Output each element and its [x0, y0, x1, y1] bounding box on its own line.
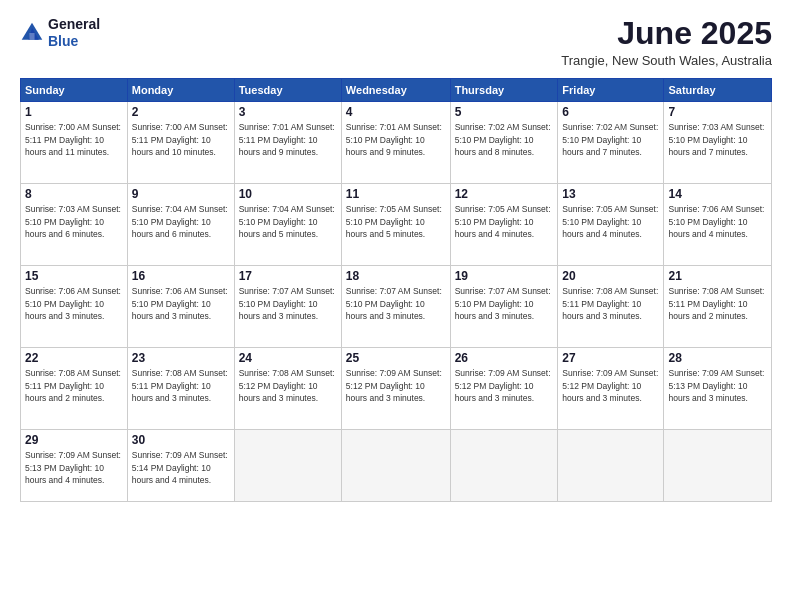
- day-number: 8: [25, 187, 123, 201]
- table-row: 7Sunrise: 7:03 AM Sunset: 5:10 PM Daylig…: [664, 102, 772, 184]
- table-row: 17Sunrise: 7:07 AM Sunset: 5:10 PM Dayli…: [234, 266, 341, 348]
- table-row: 11Sunrise: 7:05 AM Sunset: 5:10 PM Dayli…: [341, 184, 450, 266]
- table-row: 6Sunrise: 7:02 AM Sunset: 5:10 PM Daylig…: [558, 102, 664, 184]
- day-number: 26: [455, 351, 554, 365]
- day-info: Sunrise: 7:02 AM Sunset: 5:10 PM Dayligh…: [562, 121, 659, 158]
- calendar-week-row: 1Sunrise: 7:00 AM Sunset: 5:11 PM Daylig…: [21, 102, 772, 184]
- day-number: 25: [346, 351, 446, 365]
- logo-text: General Blue: [48, 16, 100, 50]
- day-info: Sunrise: 7:07 AM Sunset: 5:10 PM Dayligh…: [346, 285, 446, 322]
- day-number: 19: [455, 269, 554, 283]
- day-info: Sunrise: 7:06 AM Sunset: 5:10 PM Dayligh…: [668, 203, 767, 240]
- location: Trangie, New South Wales, Australia: [561, 53, 772, 68]
- day-info: Sunrise: 7:08 AM Sunset: 5:11 PM Dayligh…: [132, 367, 230, 404]
- day-number: 2: [132, 105, 230, 119]
- table-row: 22Sunrise: 7:08 AM Sunset: 5:11 PM Dayli…: [21, 348, 128, 430]
- day-number: 13: [562, 187, 659, 201]
- table-row: 26Sunrise: 7:09 AM Sunset: 5:12 PM Dayli…: [450, 348, 558, 430]
- day-number: 1: [25, 105, 123, 119]
- day-number: 14: [668, 187, 767, 201]
- header-saturday: Saturday: [664, 79, 772, 102]
- table-row: 24Sunrise: 7:08 AM Sunset: 5:12 PM Dayli…: [234, 348, 341, 430]
- header-thursday: Thursday: [450, 79, 558, 102]
- day-number: 18: [346, 269, 446, 283]
- day-number: 17: [239, 269, 337, 283]
- logo: General Blue: [20, 16, 100, 50]
- day-number: 16: [132, 269, 230, 283]
- day-info: Sunrise: 7:05 AM Sunset: 5:10 PM Dayligh…: [455, 203, 554, 240]
- day-number: 15: [25, 269, 123, 283]
- day-info: Sunrise: 7:09 AM Sunset: 5:13 PM Dayligh…: [668, 367, 767, 404]
- day-info: Sunrise: 7:05 AM Sunset: 5:10 PM Dayligh…: [346, 203, 446, 240]
- day-number: 9: [132, 187, 230, 201]
- day-info: Sunrise: 7:08 AM Sunset: 5:11 PM Dayligh…: [562, 285, 659, 322]
- table-row: 1Sunrise: 7:00 AM Sunset: 5:11 PM Daylig…: [21, 102, 128, 184]
- day-info: Sunrise: 7:01 AM Sunset: 5:11 PM Dayligh…: [239, 121, 337, 158]
- day-info: Sunrise: 7:03 AM Sunset: 5:10 PM Dayligh…: [668, 121, 767, 158]
- calendar-header-row: Sunday Monday Tuesday Wednesday Thursday…: [21, 79, 772, 102]
- day-info: Sunrise: 7:05 AM Sunset: 5:10 PM Dayligh…: [562, 203, 659, 240]
- day-info: Sunrise: 7:09 AM Sunset: 5:13 PM Dayligh…: [25, 449, 123, 486]
- table-row: [341, 430, 450, 502]
- day-info: Sunrise: 7:00 AM Sunset: 5:11 PM Dayligh…: [132, 121, 230, 158]
- day-number: 29: [25, 433, 123, 447]
- day-info: Sunrise: 7:02 AM Sunset: 5:10 PM Dayligh…: [455, 121, 554, 158]
- header-friday: Friday: [558, 79, 664, 102]
- calendar-week-row: 8Sunrise: 7:03 AM Sunset: 5:10 PM Daylig…: [21, 184, 772, 266]
- table-row: 30Sunrise: 7:09 AM Sunset: 5:14 PM Dayli…: [127, 430, 234, 502]
- day-info: Sunrise: 7:09 AM Sunset: 5:12 PM Dayligh…: [455, 367, 554, 404]
- day-number: 24: [239, 351, 337, 365]
- table-row: 3Sunrise: 7:01 AM Sunset: 5:11 PM Daylig…: [234, 102, 341, 184]
- table-row: 9Sunrise: 7:04 AM Sunset: 5:10 PM Daylig…: [127, 184, 234, 266]
- table-row: 5Sunrise: 7:02 AM Sunset: 5:10 PM Daylig…: [450, 102, 558, 184]
- table-row: [234, 430, 341, 502]
- table-row: 25Sunrise: 7:09 AM Sunset: 5:12 PM Dayli…: [341, 348, 450, 430]
- calendar-week-row: 29Sunrise: 7:09 AM Sunset: 5:13 PM Dayli…: [21, 430, 772, 502]
- header-tuesday: Tuesday: [234, 79, 341, 102]
- page-header: General Blue June 2025 Trangie, New Sout…: [20, 16, 772, 68]
- day-number: 11: [346, 187, 446, 201]
- table-row: 23Sunrise: 7:08 AM Sunset: 5:11 PM Dayli…: [127, 348, 234, 430]
- day-info: Sunrise: 7:09 AM Sunset: 5:14 PM Dayligh…: [132, 449, 230, 486]
- header-wednesday: Wednesday: [341, 79, 450, 102]
- table-row: [450, 430, 558, 502]
- day-info: Sunrise: 7:06 AM Sunset: 5:10 PM Dayligh…: [132, 285, 230, 322]
- day-info: Sunrise: 7:04 AM Sunset: 5:10 PM Dayligh…: [239, 203, 337, 240]
- day-info: Sunrise: 7:08 AM Sunset: 5:11 PM Dayligh…: [668, 285, 767, 322]
- table-row: 13Sunrise: 7:05 AM Sunset: 5:10 PM Dayli…: [558, 184, 664, 266]
- table-row: 12Sunrise: 7:05 AM Sunset: 5:10 PM Dayli…: [450, 184, 558, 266]
- day-number: 21: [668, 269, 767, 283]
- day-number: 3: [239, 105, 337, 119]
- day-number: 30: [132, 433, 230, 447]
- day-number: 28: [668, 351, 767, 365]
- table-row: 15Sunrise: 7:06 AM Sunset: 5:10 PM Dayli…: [21, 266, 128, 348]
- day-number: 5: [455, 105, 554, 119]
- table-row: 20Sunrise: 7:08 AM Sunset: 5:11 PM Dayli…: [558, 266, 664, 348]
- table-row: [558, 430, 664, 502]
- table-row: 18Sunrise: 7:07 AM Sunset: 5:10 PM Dayli…: [341, 266, 450, 348]
- day-number: 20: [562, 269, 659, 283]
- day-info: Sunrise: 7:09 AM Sunset: 5:12 PM Dayligh…: [562, 367, 659, 404]
- calendar: Sunday Monday Tuesday Wednesday Thursday…: [20, 78, 772, 502]
- table-row: 14Sunrise: 7:06 AM Sunset: 5:10 PM Dayli…: [664, 184, 772, 266]
- day-number: 12: [455, 187, 554, 201]
- title-block: June 2025 Trangie, New South Wales, Aust…: [561, 16, 772, 68]
- day-info: Sunrise: 7:04 AM Sunset: 5:10 PM Dayligh…: [132, 203, 230, 240]
- table-row: [664, 430, 772, 502]
- header-monday: Monday: [127, 79, 234, 102]
- table-row: 21Sunrise: 7:08 AM Sunset: 5:11 PM Dayli…: [664, 266, 772, 348]
- day-info: Sunrise: 7:00 AM Sunset: 5:11 PM Dayligh…: [25, 121, 123, 158]
- table-row: 16Sunrise: 7:06 AM Sunset: 5:10 PM Dayli…: [127, 266, 234, 348]
- table-row: 19Sunrise: 7:07 AM Sunset: 5:10 PM Dayli…: [450, 266, 558, 348]
- day-number: 27: [562, 351, 659, 365]
- month-title: June 2025: [561, 16, 772, 51]
- day-info: Sunrise: 7:01 AM Sunset: 5:10 PM Dayligh…: [346, 121, 446, 158]
- day-info: Sunrise: 7:06 AM Sunset: 5:10 PM Dayligh…: [25, 285, 123, 322]
- day-number: 22: [25, 351, 123, 365]
- header-sunday: Sunday: [21, 79, 128, 102]
- table-row: 27Sunrise: 7:09 AM Sunset: 5:12 PM Dayli…: [558, 348, 664, 430]
- day-info: Sunrise: 7:07 AM Sunset: 5:10 PM Dayligh…: [239, 285, 337, 322]
- day-info: Sunrise: 7:08 AM Sunset: 5:12 PM Dayligh…: [239, 367, 337, 404]
- day-number: 10: [239, 187, 337, 201]
- day-info: Sunrise: 7:03 AM Sunset: 5:10 PM Dayligh…: [25, 203, 123, 240]
